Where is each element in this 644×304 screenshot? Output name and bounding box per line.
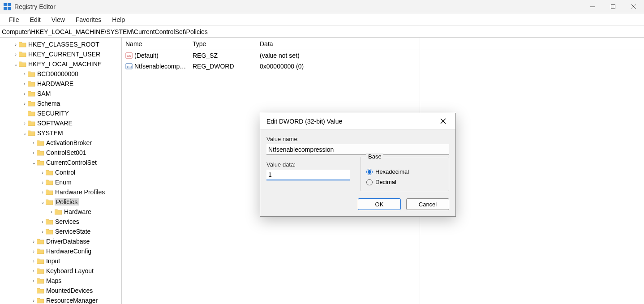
col-type[interactable]: Type — [189, 40, 256, 47]
value-name-input[interactable] — [266, 144, 449, 155]
minimize-button[interactable] — [582, 0, 603, 13]
address-bar[interactable]: Computer\HKEY_LOCAL_MACHINE\SYSTEM\Curre… — [0, 26, 644, 38]
menu-file[interactable]: File — [4, 14, 25, 25]
svg-text:110: 110 — [126, 65, 132, 69]
menu-edit[interactable]: Edit — [25, 14, 46, 25]
chevron-right-icon[interactable]: › — [48, 209, 55, 214]
tree-item-label: Hardware — [64, 208, 91, 215]
chevron-right-icon[interactable]: › — [30, 278, 37, 283]
chevron-right-icon[interactable]: › — [21, 91, 28, 96]
cell-name: (Default) — [134, 52, 159, 59]
chevron-down-icon[interactable]: ⌄ — [30, 160, 37, 166]
dialog-close-button[interactable] — [437, 115, 449, 128]
ok-button[interactable]: OK — [358, 198, 401, 210]
tree-item-label: HardwareConfig — [46, 248, 91, 255]
tree-item[interactable]: ›HardwareConfig — [0, 246, 121, 256]
tree-item[interactable]: ›ResourceManager — [0, 295, 121, 304]
dialog-title: Edit DWORD (32-bit) Value — [266, 118, 342, 125]
value-data-input[interactable] — [266, 170, 350, 180]
tree-item[interactable]: ›Hardware Profiles — [0, 187, 121, 197]
cell-data: (value not set) — [256, 52, 644, 59]
tree-item[interactable]: ›HARDWARE — [0, 79, 121, 89]
chevron-right-icon[interactable]: › — [30, 239, 37, 244]
chevron-right-icon[interactable]: › — [30, 298, 37, 303]
tree-item[interactable]: ›Input — [0, 256, 121, 266]
col-name[interactable]: Name — [122, 40, 189, 47]
chevron-right-icon[interactable]: › — [21, 71, 28, 77]
tree-item[interactable]: ⌄SYSTEM — [0, 128, 121, 138]
chevron-right-icon[interactable]: › — [30, 258, 37, 264]
folder-icon — [46, 199, 53, 205]
tree-item[interactable]: ›Keyboard Layout — [0, 266, 121, 276]
tree-item[interactable]: SECURITY — [0, 108, 121, 118]
chevron-right-icon[interactable]: › — [39, 219, 46, 224]
tree-item[interactable]: ›Enum — [0, 177, 121, 187]
tree-item[interactable]: ⌄HKEY_LOCAL_MACHINE — [0, 59, 121, 69]
tree-item[interactable]: ›BCD00000000 — [0, 69, 121, 79]
chevron-down-icon[interactable]: ⌄ — [13, 61, 19, 67]
tree-item[interactable]: MountedDevices — [0, 286, 121, 295]
menu-bar: File Edit View Favorites Help — [0, 13, 644, 26]
radio-label-hex: Hexadecimal — [375, 168, 409, 175]
menu-favorites[interactable]: Favorites — [70, 14, 107, 25]
tree-item-label: MountedDevices — [46, 287, 93, 294]
reg-string-icon: ab — [125, 52, 133, 59]
tree-item[interactable]: ›ActivationBroker — [0, 138, 121, 148]
tree-item-label: HARDWARE — [37, 80, 73, 87]
chevron-down-icon[interactable]: ⌄ — [21, 130, 28, 136]
tree-item[interactable]: ›SOFTWARE — [0, 118, 121, 128]
chevron-right-icon[interactable]: › — [13, 42, 19, 47]
menu-help[interactable]: Help — [107, 14, 130, 25]
tree-item[interactable]: ›SAM — [0, 89, 121, 98]
tree-item[interactable]: ›Control — [0, 167, 121, 177]
tree-item-label: Input — [46, 257, 60, 265]
tree-item[interactable]: ⌄Policies — [0, 197, 121, 207]
folder-icon — [19, 51, 26, 57]
chevron-right-icon[interactable]: › — [21, 120, 28, 126]
folder-icon — [46, 228, 53, 235]
chevron-right-icon[interactable]: › — [39, 189, 46, 195]
chevron-right-icon[interactable]: › — [30, 268, 37, 274]
tree-item[interactable]: ›HKEY_CURRENT_USER — [0, 49, 121, 59]
chevron-down-icon[interactable]: ⌄ — [39, 199, 46, 205]
address-path: Computer\HKEY_LOCAL_MACHINE\SYSTEM\Curre… — [2, 28, 208, 35]
maximize-button[interactable] — [603, 0, 623, 13]
chevron-right-icon[interactable]: › — [13, 51, 19, 57]
tree-item[interactable]: ›Maps — [0, 276, 121, 286]
menu-view[interactable]: View — [46, 14, 70, 25]
radio-decimal[interactable]: Decimal — [366, 179, 443, 185]
tree-item[interactable]: ›Services — [0, 217, 121, 227]
folder-icon — [46, 179, 53, 185]
folder-icon — [19, 61, 26, 67]
chevron-right-icon[interactable]: › — [39, 180, 46, 185]
chevron-right-icon[interactable]: › — [30, 150, 37, 155]
tree-item[interactable]: ›DriverDatabase — [0, 236, 121, 246]
chevron-right-icon[interactable]: › — [30, 140, 37, 146]
chevron-right-icon[interactable]: › — [39, 170, 46, 175]
col-data[interactable]: Data — [256, 40, 644, 47]
list-row[interactable]: ab(Default)REG_SZ(value not set) — [122, 50, 644, 61]
chevron-right-icon[interactable]: › — [39, 229, 46, 234]
tree-item[interactable]: ›ServiceState — [0, 227, 121, 236]
chevron-right-icon[interactable]: › — [21, 81, 28, 86]
list-row[interactable]: 110Ntfsenablecomp…REG_DWORD0x00000000 (0… — [122, 61, 644, 72]
cell-data: 0x00000000 (0) — [256, 63, 644, 70]
tree-item-label: SECURITY — [37, 110, 69, 117]
tree-pane[interactable]: ›HKEY_CLASSES_ROOT›HKEY_CURRENT_USER⌄HKE… — [0, 38, 122, 304]
tree-item[interactable]: ⌄CurrentControlSet — [0, 158, 121, 167]
chevron-right-icon[interactable]: › — [30, 248, 37, 254]
tree-item-label: Enum — [55, 179, 72, 186]
tree-item[interactable]: ›ControlSet001 — [0, 148, 121, 158]
radio-hexadecimal[interactable]: Hexadecimal — [366, 168, 443, 175]
tree-item-label: ControlSet001 — [46, 149, 86, 156]
folder-icon — [37, 278, 44, 284]
tree-item[interactable]: ›Hardware — [0, 207, 121, 217]
folder-icon — [19, 41, 26, 47]
tree-item[interactable]: ›HKEY_CLASSES_ROOT — [0, 39, 121, 49]
tree-item[interactable]: ›Schema — [0, 98, 121, 108]
list-header: Name Type Data — [122, 38, 644, 50]
close-button[interactable] — [623, 0, 644, 13]
tree-item-label: BCD00000000 — [37, 70, 78, 77]
cancel-button[interactable]: Cancel — [406, 198, 449, 210]
chevron-right-icon[interactable]: › — [21, 101, 28, 106]
